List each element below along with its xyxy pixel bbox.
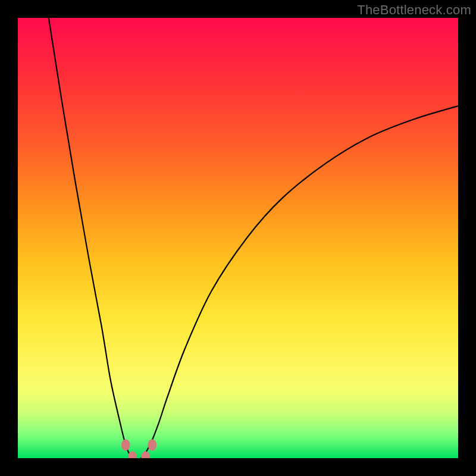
chart-marker	[148, 439, 156, 450]
chart-marker	[141, 451, 150, 458]
watermark-text: TheBottleneck.com	[357, 2, 471, 18]
chart-frame	[18, 18, 458, 458]
bottleneck-curve	[49, 18, 458, 458]
chart-svg	[18, 18, 458, 458]
chart-marker	[121, 439, 130, 450]
chart-markers	[121, 439, 156, 458]
chart-marker	[128, 451, 137, 458]
